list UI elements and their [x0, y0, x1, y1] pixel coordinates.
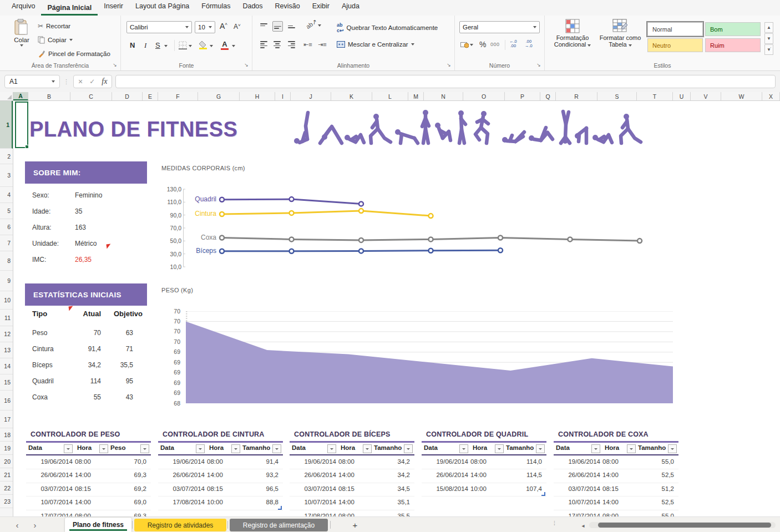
sheet-nav-prev-button[interactable]: ‹: [11, 519, 23, 531]
decrease-indent-button[interactable]: ⇤≡: [303, 41, 312, 48]
fill-color-button[interactable]: [199, 40, 207, 49]
copy-button[interactable]: Copiar: [38, 36, 73, 44]
table-row[interactable]: 10/07/201414:0069,0: [26, 496, 151, 510]
table-row[interactable]: 26/06/201414:0069,3: [26, 469, 151, 483]
table-row[interactable]: 17/08/201408:0035,5: [290, 510, 414, 516]
column-header-g[interactable]: G: [198, 92, 240, 100]
cell-style-bom[interactable]: Bom: [705, 22, 761, 36]
sheet-tab-registro-de-alimentacao[interactable]: Registro de alimentação: [230, 519, 328, 531]
column-header-n[interactable]: N: [424, 92, 463, 100]
column-header-o[interactable]: O: [463, 92, 505, 100]
align-middle-button[interactable]: [272, 21, 283, 32]
align-center-button[interactable]: [272, 40, 282, 49]
row-header-5[interactable]: 5: [0, 203, 13, 219]
column-header-s[interactable]: S: [597, 92, 637, 100]
column-header-f[interactable]: F: [158, 92, 198, 100]
number-format-combo[interactable]: Geral: [459, 21, 540, 33]
font-dialog-launcher[interactable]: ↘: [243, 62, 250, 68]
table-row[interactable]: 26/06/201414:00114,5: [422, 469, 546, 483]
column-header-x[interactable]: X: [762, 92, 780, 100]
name-box[interactable]: A1: [4, 75, 60, 88]
format-as-table-button[interactable]: Formatar comoTabela: [597, 19, 644, 48]
tab-splitter-grip[interactable]: ⁞: [554, 520, 556, 526]
table-row[interactable]: 19/06/201408:0070,0: [26, 456, 151, 469]
font-color-dropdown-icon[interactable]: [232, 45, 235, 47]
filter-dropdown-button[interactable]: [231, 444, 240, 453]
sheet-nav-next-button[interactable]: ›: [29, 519, 41, 531]
table-row[interactable]: 10/07/201414:0035,1: [290, 496, 414, 510]
column-header-e[interactable]: E: [143, 92, 158, 100]
menu-tab-exibir[interactable]: Exibir: [306, 0, 336, 16]
table-row[interactable]: 03/07/201408:1551,2: [554, 483, 678, 496]
row-header-21[interactable]: 21: [0, 468, 13, 482]
filter-dropdown-button[interactable]: [363, 444, 372, 453]
filter-dropdown-button[interactable]: [495, 444, 504, 453]
column-header-v[interactable]: V: [691, 92, 721, 100]
decrease-font-button[interactable]: A˅: [234, 23, 241, 31]
column-header-l[interactable]: L: [372, 92, 408, 100]
borders-dropdown-icon[interactable]: [189, 45, 192, 47]
font-color-button[interactable]: A: [221, 40, 229, 50]
alignment-dialog-launcher[interactable]: ↘: [445, 62, 452, 68]
sheet-canvas[interactable]: PLANO DE FITNESS SOBRE MI: [13, 101, 780, 516]
column-header-b[interactable]: B: [28, 92, 70, 100]
menu-tab-layout-da-pagina[interactable]: Layout da Página: [129, 0, 195, 16]
increase-indent-button[interactable]: ⇥≡: [318, 41, 327, 48]
align-bottom-button[interactable]: [287, 21, 296, 31]
row-header-1[interactable]: 1: [0, 101, 13, 149]
row-header-3[interactable]: 3: [0, 164, 13, 187]
table-row[interactable]: 15/08/201410:00107,4: [422, 483, 546, 496]
font-family-combo[interactable]: Calibri: [126, 21, 192, 33]
menu-tab-revisao[interactable]: Revisão: [269, 0, 306, 16]
column-header-q[interactable]: Q: [540, 92, 556, 100]
formula-bar-grip[interactable]: ⋮: [63, 78, 70, 85]
row-header-22[interactable]: 22: [0, 482, 13, 495]
comma-style-button[interactable]: 000: [490, 42, 500, 47]
fill-color-dropdown-icon[interactable]: [210, 45, 213, 47]
gallery-more-button[interactable]: ▼́: [764, 44, 773, 55]
cancel-icon[interactable]: ×: [78, 77, 83, 86]
row-header-18[interactable]: 18: [0, 428, 13, 442]
table-row[interactable]: 03/07/201408:1569,2: [26, 483, 151, 496]
table-row[interactable]: 26/06/201414:0093,2: [158, 469, 283, 483]
row-header-16[interactable]: 16: [0, 391, 13, 411]
insert-function-icon[interactable]: fx: [102, 77, 107, 86]
column-header-m[interactable]: M: [408, 92, 424, 100]
table-row[interactable]: 19/06/201408:00114,0: [422, 456, 546, 469]
cell-style-neutro[interactable]: Neutro: [647, 38, 703, 52]
row-header-12[interactable]: 12: [0, 326, 13, 342]
row-header-6[interactable]: 6: [0, 219, 13, 235]
sheet-tab-registro-de-atividades[interactable]: Registro de atividades: [134, 519, 226, 531]
column-header-k[interactable]: K: [331, 92, 372, 100]
table-row[interactable]: 03/07/201408:1534,5: [290, 483, 414, 496]
borders-button[interactable]: [179, 41, 187, 49]
menu-tab-formulas[interactable]: Fórmulas: [195, 0, 236, 16]
row-header-9[interactable]: 9: [0, 271, 13, 291]
row-header-14[interactable]: 14: [0, 358, 13, 374]
row-header-19[interactable]: 19: [0, 442, 13, 455]
number-dialog-launcher[interactable]: ↘: [535, 62, 542, 68]
italic-button[interactable]: I: [144, 41, 146, 50]
cut-button[interactable]: ✂ Recortar: [38, 22, 70, 30]
paste-button[interactable]: Colar: [9, 19, 34, 59]
merge-center-button[interactable]: Mesclar e Centralizar: [337, 41, 414, 48]
filter-dropdown-button[interactable]: [536, 444, 545, 453]
row-header-11[interactable]: 11: [0, 310, 13, 326]
horizontal-scrollbar-thumb[interactable]: [598, 523, 771, 528]
underline-button[interactable]: S: [155, 41, 160, 49]
table-row[interactable]: 26/06/201414:0052,5: [554, 469, 678, 483]
row-header-23[interactable]: 23: [0, 495, 13, 508]
orientation-dropdown-icon[interactable]: [318, 24, 321, 27]
table-row[interactable]: 10/07/201414:0052,5: [554, 496, 678, 510]
filter-dropdown-button[interactable]: [591, 444, 600, 453]
format-painter-button[interactable]: Pincel de Formatação: [38, 50, 110, 58]
column-header-t[interactable]: T: [637, 92, 673, 100]
row-header-10[interactable]: 10: [0, 291, 13, 310]
table-row[interactable]: 19/06/201408:0034,2: [290, 456, 414, 469]
decrease-decimal-button[interactable]: .00→.0: [525, 39, 533, 48]
column-header-a[interactable]: A: [13, 92, 28, 100]
filter-dropdown-button[interactable]: [668, 444, 677, 453]
row-header-4[interactable]: 4: [0, 187, 13, 203]
wrap-text-button[interactable]: abc↩ Quebrar Texto Automaticamente: [337, 22, 438, 33]
select-all-corner[interactable]: [0, 92, 13, 101]
